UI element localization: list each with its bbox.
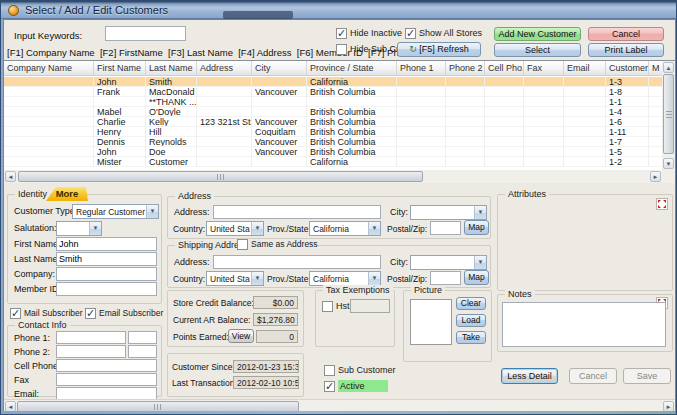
- more-tab[interactable]: More: [46, 187, 88, 201]
- scroll-down-icon[interactable]: ▼: [663, 158, 674, 169]
- grid-hscrollbar[interactable]: ◄ ►: [4, 170, 662, 183]
- picture-load-button[interactable]: Load: [456, 314, 486, 327]
- member-id-field[interactable]: [56, 282, 157, 296]
- print-label-button[interactable]: Print Label: [588, 43, 664, 57]
- grid-cell: [564, 157, 606, 167]
- points-earned-value: 0: [256, 330, 298, 343]
- checkbox-box[interactable]: [336, 28, 347, 39]
- notes-textarea[interactable]: [502, 302, 666, 347]
- table-row[interactable]: JohnDoeVancouverBritish Columbia1-5: [4, 147, 662, 157]
- fax-field[interactable]: [56, 373, 157, 386]
- hst-checkbox[interactable]: Hst: [322, 301, 352, 312]
- hide-inactive-checkbox[interactable]: Hide Inactive: [336, 28, 402, 39]
- grid-cell: [649, 87, 662, 97]
- salutation-select[interactable]: ▼: [56, 221, 102, 236]
- scroll-right-icon[interactable]: ►: [650, 171, 661, 182]
- table-row[interactable]: MabelO'DoyleBritish Columbia1-4: [4, 107, 662, 117]
- first-name-field[interactable]: [56, 237, 157, 251]
- scroll-up-icon[interactable]: ▲: [663, 62, 674, 73]
- checkbox-box[interactable]: [85, 308, 96, 319]
- table-row[interactable]: DennisReynoldsVancouverBritish Columbia1…: [4, 137, 662, 147]
- shipping-address-field[interactable]: [213, 255, 381, 269]
- table-row[interactable]: FrankMacDonaldVancouverBritish Columbia1…: [4, 87, 662, 97]
- checkbox-box[interactable]: [405, 28, 416, 39]
- checkbox-box[interactable]: [336, 44, 347, 55]
- shipping-map-button[interactable]: Map: [464, 270, 489, 285]
- attributes-group: Attributes: [497, 194, 673, 291]
- checkbox-box[interactable]: [322, 301, 333, 312]
- table-row[interactable]: HenryHillCoquitlamBritish Columbia1-11: [4, 127, 662, 137]
- company-field[interactable]: [56, 267, 157, 281]
- column-header[interactable]: Address: [197, 61, 252, 76]
- checkbox-box[interactable]: [237, 239, 248, 250]
- column-header[interactable]: M: [649, 61, 662, 76]
- grid-cell: [446, 87, 485, 97]
- checkbox-box[interactable]: [324, 365, 335, 376]
- column-header[interactable]: Phone 2: [446, 61, 485, 76]
- scroll-left-icon[interactable]: ◄: [5, 171, 16, 182]
- column-header[interactable]: Province / State: [307, 61, 397, 76]
- add-new-customer-button[interactable]: Add New Customer: [494, 27, 581, 41]
- column-header[interactable]: Phone 1: [397, 61, 446, 76]
- shipping-country-select[interactable]: United States ▼: [206, 271, 264, 286]
- grid-cell: [485, 137, 524, 147]
- column-header[interactable]: First Name: [94, 61, 146, 76]
- sub-customer-checkbox[interactable]: Sub Customer: [324, 365, 399, 376]
- cell-phone-field[interactable]: [56, 359, 157, 372]
- country-select[interactable]: United States ▼: [206, 221, 264, 236]
- shipping-prov-state-value: California: [313, 273, 367, 285]
- grid-vscroll-thumb[interactable]: [663, 74, 674, 154]
- picture-clear-button[interactable]: Clear: [456, 297, 486, 310]
- column-header[interactable]: Customer ID: [606, 61, 649, 76]
- cancel-bottom-button[interactable]: Cancel: [569, 368, 617, 384]
- less-detail-button[interactable]: Less Detail: [501, 368, 558, 384]
- grid-hscroll-thumb[interactable]: [18, 171, 423, 182]
- view-points-button[interactable]: View: [228, 329, 254, 343]
- shipping-prov-state-select[interactable]: California ▼: [309, 271, 381, 286]
- shipping-city-select[interactable]: ▼: [410, 255, 487, 270]
- active-checkbox[interactable]: Active: [324, 381, 399, 393]
- grid-cell: [564, 97, 606, 107]
- phone1-ext-field[interactable]: [128, 331, 157, 344]
- column-header[interactable]: Fax: [524, 61, 564, 76]
- checkbox-box[interactable]: [324, 381, 335, 392]
- titlebar[interactable]: Select / Add / Edit Customers: [1, 1, 676, 19]
- column-header[interactable]: Email: [564, 61, 606, 76]
- window-title: Select / Add / Edit Customers: [25, 4, 168, 16]
- table-row[interactable]: CharlieKelly123 321st StreetVancouverBri…: [4, 117, 662, 127]
- refresh-button[interactable]: ↻ [F5] Refresh: [397, 42, 481, 57]
- expand-attributes-icon[interactable]: [656, 198, 668, 210]
- ar-balance-label: Current AR Balance:: [173, 315, 250, 325]
- column-header[interactable]: Last Name: [146, 61, 197, 76]
- column-header[interactable]: Company Name: [4, 61, 94, 76]
- table-row[interactable]: **THANK ...1-1: [4, 97, 662, 107]
- first-name-label: First Name:: [14, 239, 61, 249]
- select-button[interactable]: Select: [494, 43, 581, 57]
- column-header[interactable]: Cell Pho...: [485, 61, 524, 76]
- prov-state-select[interactable]: California ▼: [309, 221, 381, 236]
- phone2-ext-field[interactable]: [128, 345, 157, 358]
- keywords-input[interactable]: [105, 26, 186, 41]
- show-all-stores-checkbox[interactable]: Show All Stores: [405, 28, 481, 39]
- map-button[interactable]: Map: [464, 220, 489, 235]
- table-row[interactable]: JohnSmithCalifornia1-3: [4, 77, 662, 87]
- column-header[interactable]: City: [252, 61, 307, 76]
- grid-vscrollbar[interactable]: ▲ ▼: [662, 61, 675, 170]
- city-select[interactable]: ▼: [410, 205, 487, 220]
- grid-cell: [564, 107, 606, 117]
- address-field[interactable]: [213, 205, 381, 219]
- picture-take-button[interactable]: Take: [456, 331, 486, 344]
- phone1-field[interactable]: [56, 331, 126, 344]
- email-subscriber-checkbox[interactable]: Email Subscriber: [85, 308, 161, 319]
- checkbox-box[interactable]: [10, 308, 21, 319]
- save-button[interactable]: Save: [623, 368, 671, 384]
- same-as-address-checkbox[interactable]: Same as Address: [237, 239, 317, 250]
- last-name-field[interactable]: [56, 252, 157, 266]
- phone2-field[interactable]: [56, 345, 126, 358]
- customer-type-select[interactable]: Regular Customer ▼: [72, 204, 159, 219]
- mail-subscriber-checkbox[interactable]: Mail Subscriber: [10, 308, 82, 319]
- table-row[interactable]: MisterCustomerCalifornia1-2: [4, 157, 662, 167]
- shipping-postal-field[interactable]: [430, 271, 461, 285]
- postal-field[interactable]: [430, 221, 461, 235]
- cancel-top-button[interactable]: Cancel: [588, 27, 664, 41]
